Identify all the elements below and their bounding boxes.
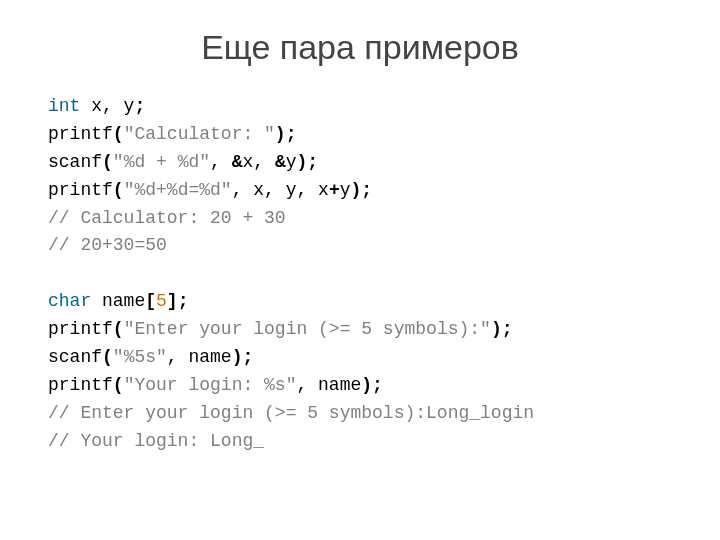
operator: + xyxy=(329,180,340,200)
string: "%d+%d=%d" xyxy=(124,180,232,200)
code-line: int x, y; xyxy=(48,96,145,116)
fn: printf xyxy=(48,375,113,395)
fn: printf xyxy=(48,124,113,144)
code-text: x xyxy=(242,152,253,172)
code-text: , xyxy=(253,152,275,172)
code-text: name xyxy=(91,291,145,311)
code-line: printf("Your login: %s", name); xyxy=(48,375,383,395)
punct: ); xyxy=(232,347,254,367)
code-block: int x, y; printf("Calculator: "); scanf(… xyxy=(48,93,672,456)
fn: scanf xyxy=(48,152,102,172)
punct: [ xyxy=(145,291,156,311)
string: "Enter your login (>= 5 symbols):" xyxy=(124,319,491,339)
number: 5 xyxy=(156,291,167,311)
punct: ; xyxy=(134,96,145,116)
operator: & xyxy=(232,152,243,172)
punct: ); xyxy=(351,180,373,200)
code-text: , x, y, x xyxy=(232,180,329,200)
punct: ); xyxy=(297,152,319,172)
punct: ( xyxy=(113,124,124,144)
code-text: , name xyxy=(296,375,361,395)
fn: printf xyxy=(48,319,113,339)
slide: Еще пара примеров int x, y; printf("Calc… xyxy=(0,0,720,540)
punct: ( xyxy=(102,347,113,367)
punct: ( xyxy=(113,375,124,395)
code-text: , xyxy=(210,152,232,172)
punct: ); xyxy=(275,124,297,144)
punct: ( xyxy=(102,152,113,172)
comment: // Your login: Long_ xyxy=(48,431,264,451)
string: "Calculator: " xyxy=(124,124,275,144)
blank-line xyxy=(48,263,59,283)
keyword: char xyxy=(48,291,91,311)
code-line: printf("Calculator: "); xyxy=(48,124,296,144)
comment: // Calculator: 20 + 30 xyxy=(48,208,286,228)
code-line: // Enter your login (>= 5 symbols):Long_… xyxy=(48,403,534,423)
comment: // Enter your login (>= 5 symbols):Long_… xyxy=(48,403,534,423)
code-line: scanf("%5s", name); xyxy=(48,347,253,367)
punct: ]; xyxy=(167,291,189,311)
punct: ( xyxy=(113,180,124,200)
comment: // 20+30=50 xyxy=(48,235,167,255)
keyword: int xyxy=(48,96,80,116)
code-text: , name xyxy=(167,347,232,367)
operator: & xyxy=(275,152,286,172)
code-line: printf("%d+%d=%d", x, y, x+y); xyxy=(48,180,372,200)
fn: scanf xyxy=(48,347,102,367)
code-line: scanf("%d + %d", &x, &y); xyxy=(48,152,318,172)
fn: printf xyxy=(48,180,113,200)
string: "Your login: %s" xyxy=(124,375,297,395)
code-text: x, y xyxy=(80,96,134,116)
string: "%d + %d" xyxy=(113,152,210,172)
code-line: // Calculator: 20 + 30 xyxy=(48,208,286,228)
punct: ); xyxy=(361,375,383,395)
code-line: char name[5]; xyxy=(48,291,188,311)
code-text: y xyxy=(340,180,351,200)
code-text: y xyxy=(286,152,297,172)
code-line: printf("Enter your login (>= 5 symbols):… xyxy=(48,319,513,339)
code-line: // Your login: Long_ xyxy=(48,431,264,451)
punct: ( xyxy=(113,319,124,339)
punct: ); xyxy=(491,319,513,339)
code-line: // 20+30=50 xyxy=(48,235,167,255)
slide-title: Еще пара примеров xyxy=(48,28,672,67)
string: "%5s" xyxy=(113,347,167,367)
